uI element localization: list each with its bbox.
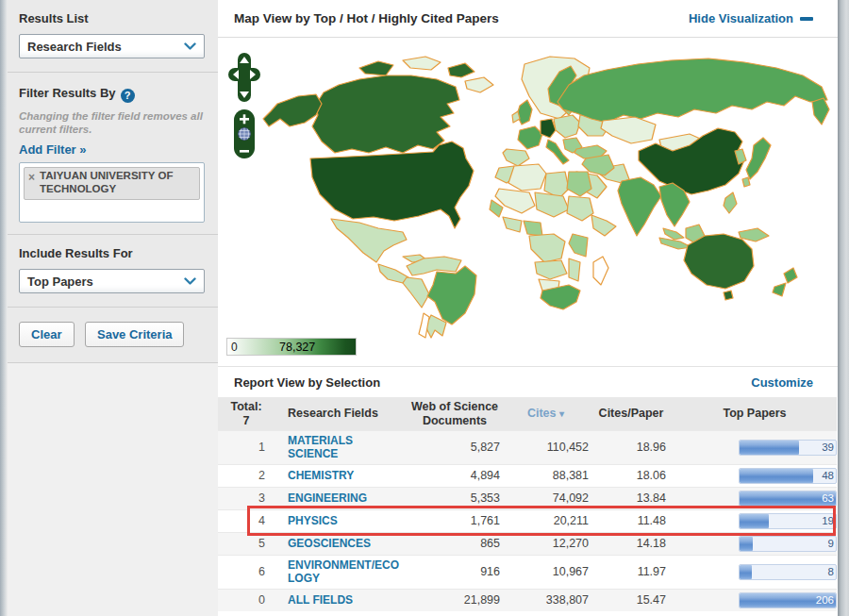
row-field-cell: PHYSICS [275, 511, 408, 530]
row-cites-per-paper: 11.97 [590, 565, 673, 578]
region-malaysia[interactable] [663, 228, 684, 240]
map-title: Map View by Top / Hot / Highly Cited Pap… [234, 11, 499, 25]
row-cites-per-paper: 13.84 [590, 491, 673, 505]
report-bar: Report View by Selection Customize [218, 366, 838, 397]
region-sudan[interactable] [567, 196, 593, 221]
add-filter-link[interactable]: Add Filter » [19, 142, 87, 157]
region-ireland[interactable] [512, 111, 520, 123]
row-cites-per-paper: 15.47 [590, 593, 673, 607]
field-link[interactable]: ALL FIELDS [288, 593, 353, 607]
top-papers-value: 19 [822, 515, 834, 526]
globe-icon[interactable] [239, 128, 251, 141]
region-algeria[interactable] [508, 164, 546, 191]
region-france[interactable] [518, 126, 542, 149]
save-criteria-button[interactable]: Save Criteria [85, 322, 185, 347]
region-central-america[interactable] [378, 264, 408, 283]
region-canada-island[interactable] [403, 57, 441, 70]
region-alaska[interactable] [263, 94, 322, 126]
clear-button[interactable]: Clear [19, 322, 75, 347]
region-taiwan[interactable] [742, 177, 750, 187]
col-header-research-fields: Research Fields [275, 407, 408, 420]
region-russia[interactable] [558, 58, 827, 123]
filter-sidebar: Results List Research Fields Filter Resu… [0, 0, 218, 616]
table-row: 5GEOSCIENCES86512,27014.189 [218, 532, 837, 555]
field-link[interactable]: GEOSCIENCES [288, 537, 371, 550]
row-field-cell: MATERIALS SCIENCE [275, 431, 408, 464]
remove-filter-icon[interactable]: × [28, 171, 35, 184]
region-horn-of-africa[interactable] [591, 215, 616, 236]
customize-link[interactable]: Customize [751, 375, 813, 390]
region-kenya-tanzania[interactable] [569, 234, 588, 257]
row-field-cell: ENVIRONMENT/ECOLOGY [275, 556, 408, 589]
region-spain[interactable] [503, 149, 529, 166]
region-ghana[interactable] [503, 217, 522, 232]
scale-min-label: 0 [231, 341, 238, 354]
region-nigeria[interactable] [524, 221, 542, 236]
field-link[interactable]: MATERIALS SCIENCE [288, 434, 401, 461]
region-mozambique[interactable] [569, 258, 580, 281]
top-papers-value: 206 [816, 594, 834, 606]
row-field-cell: ALL FIELDS [275, 591, 408, 609]
include-results-section: Include Results For Top Papers [8, 235, 218, 308]
region-chile[interactable] [419, 313, 429, 338]
active-filters-box: ×TAIYUAN UNIVERSITY OF TECHNOLOGY [19, 162, 205, 223]
region-usa[interactable] [310, 142, 474, 228]
region-angola-zambia[interactable] [535, 260, 567, 279]
top-papers-bar-fill [740, 469, 813, 483]
region-tasmania[interactable] [724, 291, 733, 300]
map-zoom-control[interactable] [234, 109, 255, 158]
minus-icon [800, 17, 813, 21]
top-papers-bar: 8 [739, 564, 837, 580]
region-central-europe[interactable] [554, 115, 580, 138]
field-link[interactable]: ENGINEERING [288, 491, 367, 505]
row-cites: 74,092 [502, 491, 590, 505]
results-list-value: Research Fields [27, 40, 122, 54]
table-row: 6ENVIRONMENT/ECOLOGY91610,96711.978 [218, 555, 837, 589]
region-kamchatka[interactable] [812, 98, 829, 125]
region-brazil[interactable] [427, 266, 476, 325]
region-papua-new-guinea[interactable] [739, 228, 769, 241]
region-kazakhstan[interactable] [601, 117, 656, 143]
region-philippines[interactable] [724, 192, 737, 213]
hide-visualization-link[interactable]: Hide Visualization [689, 11, 813, 25]
region-germany[interactable] [541, 119, 556, 138]
region-new-zealand[interactable] [773, 283, 786, 296]
results-list-dropdown[interactable]: Research Fields [19, 34, 205, 58]
field-link[interactable]: ENVIRONMENT/ECOLOGY [288, 558, 401, 586]
world-map[interactable] [218, 47, 837, 340]
top-papers-value: 9 [828, 538, 834, 549]
row-top-papers-cell: 48 [673, 468, 837, 484]
top-papers-bar-fill [740, 441, 799, 455]
region-new-zealand[interactable] [784, 268, 797, 283]
region-uk[interactable] [517, 100, 532, 125]
region-niger-chad[interactable] [535, 192, 569, 217]
region-japan[interactable] [746, 138, 771, 179]
sidebar-edge [0, 0, 8, 616]
row-docs: 21,899 [408, 593, 502, 607]
field-link[interactable]: CHEMISTRY [288, 469, 354, 482]
region-madagascar[interactable] [593, 257, 608, 285]
include-results-dropdown[interactable]: Top Papers [19, 269, 205, 293]
filter-section: Filter Results By? Changing the filter f… [8, 73, 218, 235]
help-icon[interactable]: ? [121, 89, 135, 103]
region-canada-island[interactable] [448, 63, 474, 77]
region-canada-island[interactable] [465, 77, 493, 92]
col-header-total: Total:7 [218, 400, 275, 427]
region-canada-island[interactable] [359, 61, 393, 75]
row-top-papers-cell: 63 [673, 491, 837, 507]
row-rank: 3 [218, 491, 275, 505]
field-link[interactable]: PHYSICS [288, 514, 338, 527]
map-pan-control[interactable] [228, 53, 260, 102]
vertical-scrollbar[interactable] [838, 0, 849, 616]
region-mexico[interactable] [331, 219, 407, 262]
region-canada[interactable] [312, 75, 459, 153]
region-australia[interactable] [684, 234, 754, 289]
region-peru[interactable] [403, 277, 429, 308]
zoom-out-button[interactable] [240, 150, 249, 153]
region-india[interactable] [618, 177, 661, 236]
row-top-papers-cell: 19 [673, 513, 837, 529]
col-header-cites-sortable[interactable]: Cites ▾ [502, 407, 590, 420]
region-central-africa[interactable] [529, 234, 565, 262]
filter-title: Filter Results By [19, 86, 116, 100]
row-cites: 88,381 [502, 469, 590, 482]
